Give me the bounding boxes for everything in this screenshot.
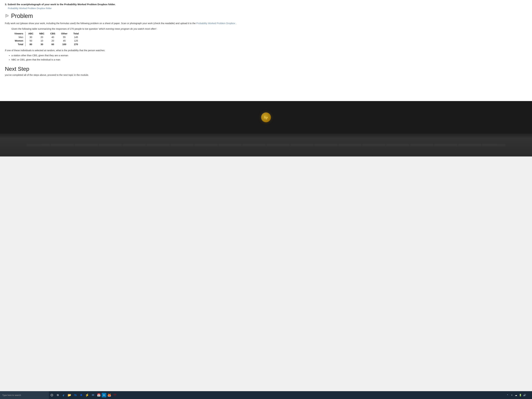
- cell-total-total: 270: [70, 43, 82, 46]
- laptop-bezel: hp: [0, 101, 532, 134]
- dropbox-inline-link[interactable]: Probability Worked Problem Dropbox: [196, 22, 235, 25]
- cell-women-total: 125: [70, 39, 82, 43]
- cell-women-abc: 50: [25, 39, 36, 43]
- list-item: a station other than CBS, given that the…: [11, 53, 527, 57]
- keyboard-area: [0, 134, 532, 157]
- col-header-abc: ABC: [25, 32, 36, 35]
- viewers-table: Viewers ABC NBC CBS Other Total Men 30 2…: [11, 32, 82, 46]
- table-row: Women 50 10 20 45 125: [11, 39, 82, 43]
- list-item: NBC or CBS, given that the individual is…: [11, 57, 527, 62]
- col-header-cbs: CBS: [47, 32, 58, 35]
- col-header-total: Total: [70, 32, 82, 35]
- cell-men-nbc: 20: [36, 35, 47, 39]
- cell-men-total: 145: [70, 35, 82, 39]
- cell-women-nbc: 10: [36, 39, 47, 43]
- row-label-total: Total: [11, 43, 25, 46]
- probability-question-text: If one of these individuals is selected …: [5, 49, 527, 52]
- table-section: Given the following table summarizing th…: [11, 28, 527, 46]
- cell-men-cbs: 40: [47, 35, 58, 39]
- cell-women-other: 45: [58, 39, 70, 43]
- section-heading: 🏳 Problem: [5, 13, 527, 19]
- submit-instruction: 3. Submit the scan/photograph of your wo…: [5, 3, 527, 6]
- row-label-women: Women: [11, 39, 25, 43]
- table-question-text: Given the following table summarizing th…: [11, 28, 527, 30]
- dropbox-folder-link[interactable]: Probability Worked Problem Dropbox folde…: [8, 7, 527, 10]
- table-row-total: Total 80 30 60 100 270: [11, 43, 82, 46]
- section-title-text: Problem: [11, 13, 33, 19]
- problem-icon: 🏳: [5, 13, 9, 19]
- hp-logo: hp: [261, 113, 271, 122]
- cell-total-other: 100: [58, 43, 70, 46]
- page-content: 3. Submit the scan/photograph of your wo…: [0, 0, 532, 101]
- col-header-viewers: Viewers: [11, 32, 25, 35]
- cell-men-other: 55: [58, 35, 70, 39]
- row-label-men: Men: [11, 35, 25, 39]
- col-header-nbc: NBC: [36, 32, 47, 35]
- cell-total-nbc: 30: [36, 43, 47, 46]
- table-row: Men 30 20 40 55 145: [11, 35, 82, 39]
- cell-total-cbs: 60: [47, 43, 58, 46]
- cell-women-cbs: 20: [47, 39, 58, 43]
- next-step-heading: Next Step: [5, 66, 527, 72]
- next-step-text: you've completed all of the steps above,…: [5, 74, 527, 76]
- problem-intro-text: Fully work out (please show your work, i…: [5, 22, 527, 25]
- col-header-other: Other: [58, 32, 70, 35]
- probability-bullets: a station other than CBS, given that the…: [11, 53, 527, 62]
- cell-total-abc: 80: [25, 43, 36, 46]
- cell-men-abc: 30: [25, 35, 36, 39]
